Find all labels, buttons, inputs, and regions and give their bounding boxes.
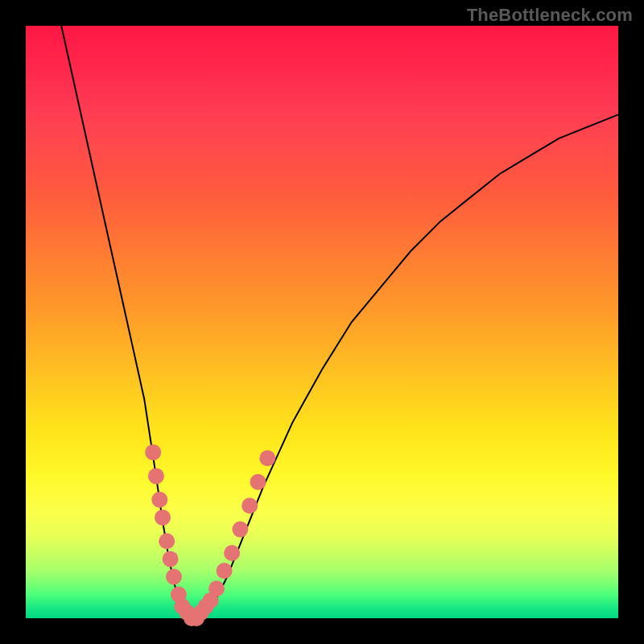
curve-marker-dot bbox=[166, 569, 182, 585]
curve-marker-dot bbox=[232, 522, 248, 538]
curve-marker-dot bbox=[145, 444, 161, 460]
curve-markers bbox=[145, 444, 275, 626]
chart-frame: TheBottleneck.com bbox=[0, 0, 644, 644]
curve-svg bbox=[26, 26, 618, 618]
bottleneck-curve bbox=[61, 26, 618, 618]
curve-marker-dot bbox=[259, 450, 275, 466]
curve-marker-dot bbox=[217, 563, 233, 579]
curve-marker-dot bbox=[250, 474, 266, 490]
watermark-text: TheBottleneck.com bbox=[467, 5, 633, 26]
curve-marker-dot bbox=[159, 533, 175, 549]
plot-area bbox=[26, 26, 618, 618]
curve-marker-dot bbox=[224, 545, 240, 561]
curve-marker-dot bbox=[208, 580, 225, 597]
curve-marker-dot bbox=[148, 468, 164, 484]
curve-marker-dot bbox=[242, 497, 258, 514]
curve-marker-dot bbox=[151, 492, 167, 508]
curve-marker-dot bbox=[155, 510, 171, 526]
curve-marker-dot bbox=[163, 551, 179, 567]
